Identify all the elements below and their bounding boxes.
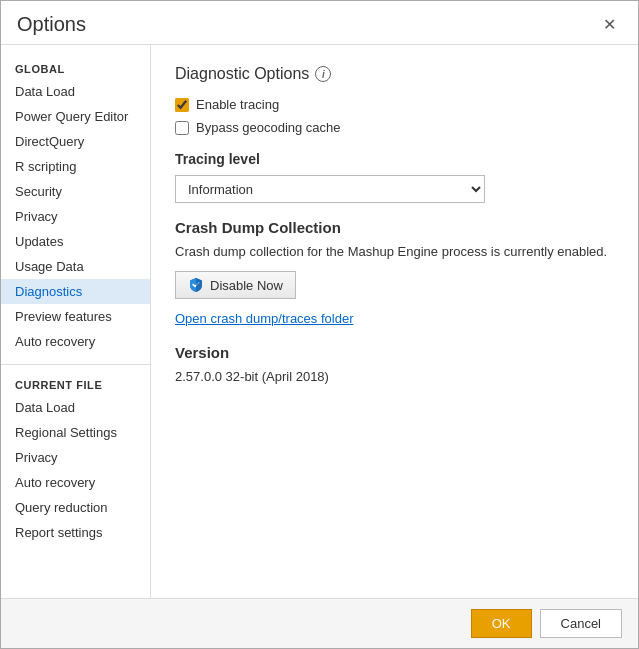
sidebar-item-data-load[interactable]: Data Load: [1, 79, 150, 104]
bypass-geocoding-label[interactable]: Bypass geocoding cache: [196, 120, 341, 135]
dialog-body: GLOBAL Data Load Power Query Editor Dire…: [1, 45, 638, 598]
sidebar-item-updates[interactable]: Updates: [1, 229, 150, 254]
version-section: Version 2.57.0.0 32-bit (April 2018): [175, 344, 614, 384]
current-file-section-label: CURRENT FILE: [1, 371, 150, 395]
dialog-footer: OK Cancel: [1, 598, 638, 648]
sidebar-item-diagnostics[interactable]: Diagnostics: [1, 279, 150, 304]
info-icon: i: [315, 66, 331, 82]
global-section-label: GLOBAL: [1, 55, 150, 79]
bypass-geocoding-checkbox[interactable]: [175, 121, 189, 135]
sidebar-item-auto-recovery-cf[interactable]: Auto recovery: [1, 470, 150, 495]
sidebar-item-privacy-cf[interactable]: Privacy: [1, 445, 150, 470]
tracing-level-row: Information Verbose Warning Error: [175, 175, 614, 203]
enable-tracing-row: Enable tracing: [175, 97, 614, 112]
tracing-level-select[interactable]: Information Verbose Warning Error: [175, 175, 485, 203]
shield-icon: [188, 277, 204, 293]
sidebar-item-query-reduction[interactable]: Query reduction: [1, 495, 150, 520]
options-dialog: Options ✕ GLOBAL Data Load Power Query E…: [0, 0, 639, 649]
sidebar-item-regional-settings[interactable]: Regional Settings: [1, 420, 150, 445]
dialog-title: Options: [17, 13, 86, 36]
sidebar-item-power-query-editor[interactable]: Power Query Editor: [1, 104, 150, 129]
enable-tracing-label[interactable]: Enable tracing: [196, 97, 279, 112]
cancel-button[interactable]: Cancel: [540, 609, 622, 638]
version-heading: Version: [175, 344, 614, 361]
disable-now-button[interactable]: Disable Now: [175, 271, 296, 299]
sidebar-item-report-settings[interactable]: Report settings: [1, 520, 150, 545]
ok-button[interactable]: OK: [471, 609, 532, 638]
crash-dump-description: Crash dump collection for the Mashup Eng…: [175, 244, 614, 259]
content-title: Diagnostic Options i: [175, 65, 614, 83]
sidebar-item-privacy[interactable]: Privacy: [1, 204, 150, 229]
sidebar-item-preview-features[interactable]: Preview features: [1, 304, 150, 329]
enable-tracing-checkbox[interactable]: [175, 98, 189, 112]
tracing-level-heading: Tracing level: [175, 151, 614, 167]
sidebar-item-auto-recovery[interactable]: Auto recovery: [1, 329, 150, 354]
title-bar: Options ✕: [1, 1, 638, 44]
sidebar-item-usage-data[interactable]: Usage Data: [1, 254, 150, 279]
bypass-geocoding-row: Bypass geocoding cache: [175, 120, 614, 135]
crash-dump-heading: Crash Dump Collection: [175, 219, 614, 236]
section-divider: [1, 364, 150, 365]
sidebar: GLOBAL Data Load Power Query Editor Dire…: [1, 45, 151, 598]
sidebar-item-security[interactable]: Security: [1, 179, 150, 204]
main-content: Diagnostic Options i Enable tracing Bypa…: [151, 45, 638, 598]
disable-now-label: Disable Now: [210, 278, 283, 293]
close-button[interactable]: ✕: [597, 15, 622, 35]
sidebar-item-directquery[interactable]: DirectQuery: [1, 129, 150, 154]
version-number: 2.57.0.0 32-bit (April 2018): [175, 369, 614, 384]
sidebar-item-r-scripting[interactable]: R scripting: [1, 154, 150, 179]
open-crash-dump-link[interactable]: Open crash dump/traces folder: [175, 311, 353, 326]
sidebar-item-data-load-cf[interactable]: Data Load: [1, 395, 150, 420]
